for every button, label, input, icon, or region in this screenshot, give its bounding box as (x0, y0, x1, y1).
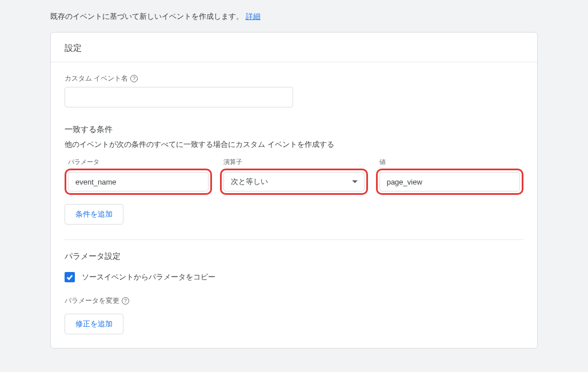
value-label: 値 (376, 158, 523, 166)
help-icon[interactable]: ? (122, 297, 129, 305)
intro-text: 既存のイベントに基づいて新しいイベントを作成します。 詳細 (50, 11, 588, 22)
modify-params-label-text: パラメータを変更 (65, 296, 119, 306)
card-header: 設定 (51, 33, 537, 62)
parameter-column: パラメータ (65, 158, 212, 195)
operator-label: 演算子 (220, 158, 367, 166)
add-modification-button[interactable]: 修正を追加 (65, 314, 123, 334)
operator-select-wrapper[interactable] (223, 172, 364, 191)
intro-description: 既存のイベントに基づいて新しいイベントを作成します。 (50, 12, 243, 21)
modify-params-label: パラメータを変更 ? (65, 296, 523, 306)
conditions-title: 一致する条件 (65, 125, 523, 135)
copy-params-row: ソースイベントからパラメータをコピー (65, 272, 523, 282)
custom-event-name-section: カスタム イベント名 ? (65, 74, 523, 107)
parameter-highlight (65, 169, 212, 195)
operator-column: 演算子 (220, 158, 367, 195)
copy-params-label: ソースイベントからパラメータをコピー (82, 272, 215, 282)
value-input[interactable] (379, 172, 520, 191)
copy-params-checkbox[interactable] (65, 272, 75, 282)
parameter-label: パラメータ (65, 158, 212, 166)
custom-event-name-input[interactable] (65, 87, 293, 107)
condition-row: パラメータ 演算子 値 (65, 158, 523, 195)
help-icon[interactable]: ? (130, 75, 138, 82)
value-highlight (376, 169, 523, 195)
conditions-desc: 他のイベントが次の条件のすべてに一致する場合にカスタム イベントを作成する (65, 139, 523, 150)
card-body: カスタム イベント名 ? 一致する条件 他のイベントが次の条件のすべてに一致する… (51, 62, 537, 348)
parameter-settings-section: パラメータ設定 ソースイベントからパラメータをコピー パラメータを変更 ? 修正… (65, 240, 523, 334)
value-column: 値 (376, 158, 523, 195)
operator-select[interactable] (223, 172, 364, 191)
learn-more-link[interactable]: 詳細 (246, 12, 261, 21)
parameter-input[interactable] (68, 172, 209, 191)
checkmark-icon (66, 273, 74, 281)
custom-event-name-label-text: カスタム イベント名 (65, 74, 128, 83)
param-settings-title: パラメータ設定 (65, 251, 523, 262)
custom-event-name-label: カスタム イベント名 ? (65, 74, 523, 83)
operator-highlight (220, 169, 367, 195)
settings-card: 設定 カスタム イベント名 ? 一致する条件 他のイベントが次の条件のすべてに一… (50, 32, 538, 349)
add-condition-button[interactable]: 条件を追加 (65, 204, 123, 225)
